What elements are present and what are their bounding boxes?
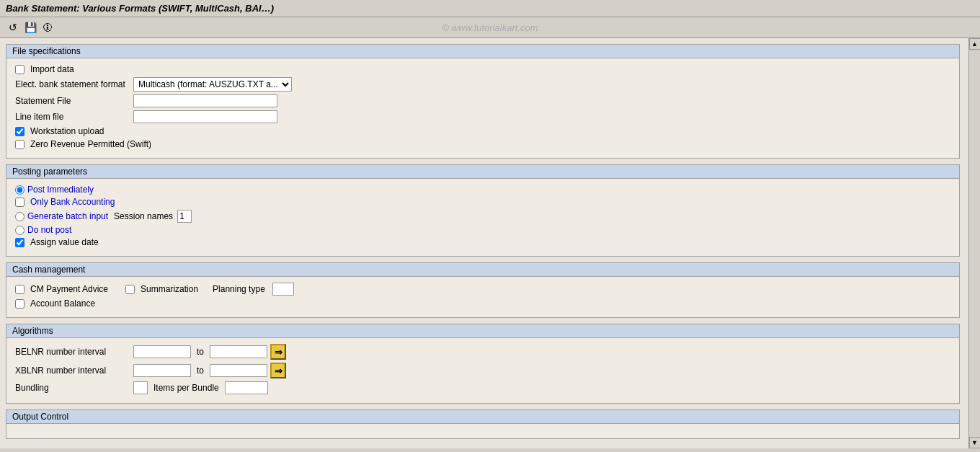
post-immediately-row: Post Immediately <box>15 185 950 195</box>
post-immediately-label: Post Immediately <box>27 185 94 195</box>
import-data-row: Import data <box>15 64 950 74</box>
post-immediately-radio[interactable] <box>15 185 24 195</box>
back-icon[interactable]: ↺ <box>6 20 20 35</box>
info-icon[interactable]: 🛈 <box>40 20 55 35</box>
summarization-checkbox[interactable] <box>125 285 135 294</box>
assign-value-date-label: Assign value date <box>30 237 99 247</box>
algorithms-header: Algorithms <box>6 324 959 338</box>
generate-batch-row: Generate batch input Session names <box>15 210 950 223</box>
xblnr-to-input[interactable] <box>210 364 267 377</box>
session-names-input[interactable] <box>177 210 192 223</box>
file-specifications-body: Import data Elect. bank statement format… <box>6 58 959 158</box>
do-not-post-label: Do not post <box>27 225 71 235</box>
file-specifications-header: File specifications <box>6 45 959 58</box>
output-control-header: Output Control <box>6 410 959 424</box>
cash-management-header: Cash management <box>6 263 959 277</box>
line-item-row: Line item file <box>15 110 950 123</box>
posting-parameters-section: Posting parameters Post Immediately Only… <box>6 164 960 257</box>
toolbar: ↺ 💾 🛈 © www.tutorialkart.com <box>0 17 980 38</box>
statement-file-row: Statement File <box>15 94 950 107</box>
xblnr-arrow-button[interactable]: ⇒ <box>270 363 286 378</box>
do-not-post-radio[interactable] <box>15 226 24 235</box>
belnr-to-label: to <box>197 347 204 357</box>
do-not-post-row: Do not post <box>15 225 950 235</box>
cm-payment-row: CM Payment Advice Summarization Planning… <box>15 283 950 296</box>
assign-value-date-checkbox[interactable] <box>15 238 24 247</box>
algorithms-body: BELNR number interval to ⇒ XBLNR number … <box>6 338 959 403</box>
line-item-input[interactable] <box>133 110 277 123</box>
zero-revenue-checkbox[interactable] <box>15 140 24 149</box>
line-item-label: Line item file <box>15 112 130 122</box>
cm-payment-label: CM Payment Advice <box>30 284 108 294</box>
belnr-arrow-button[interactable]: ⇒ <box>270 344 286 360</box>
cm-payment-checkbox[interactable] <box>15 285 24 294</box>
import-data-checkbox[interactable] <box>15 65 24 74</box>
items-per-bundle-label: Items per Bundle <box>153 383 219 393</box>
planning-type-label: Planning type <box>213 284 265 294</box>
generate-batch-label: Generate batch input <box>27 211 108 221</box>
only-bank-row: Only Bank Accounting <box>15 197 950 207</box>
posting-parameters-header: Posting parameters <box>6 165 959 179</box>
xblnr-label: XBLNR number interval <box>15 365 130 376</box>
workstation-upload-checkbox[interactable] <box>15 127 24 136</box>
statement-file-label: Statement File <box>15 96 130 106</box>
elect-bank-label: Elect. bank statement format <box>15 79 130 89</box>
xblnr-from-input[interactable] <box>133 364 191 377</box>
bundling-row: Bundling Items per Bundle <box>15 381 950 394</box>
title-bar: Bank Statement: Various Formats (SWIFT, … <box>0 0 980 17</box>
main-content: File specifications Import data Elect. b… <box>0 38 980 448</box>
statement-file-input[interactable] <box>133 94 277 107</box>
belnr-to-input[interactable] <box>210 345 267 358</box>
workstation-upload-row: Workstation upload <box>15 126 950 136</box>
save-icon[interactable]: 💾 <box>23 20 37 35</box>
window-title: Bank Statement: Various Formats (SWIFT, … <box>6 3 274 14</box>
posting-parameters-body: Post Immediately Only Bank Accounting Ge… <box>6 179 959 256</box>
summarization-label: Summarization <box>141 284 198 294</box>
vertical-scrollbar[interactable]: ▲ ▼ <box>968 38 980 448</box>
session-names-label: Session names <box>114 211 173 221</box>
algorithms-section: Algorithms BELNR number interval to ⇒ XB… <box>6 324 960 404</box>
watermark: © www.tutorialkart.com <box>442 22 538 33</box>
output-control-section: Output Control <box>6 409 960 439</box>
xblnr-row: XBLNR number interval to ⇒ <box>15 363 950 378</box>
bundling-input[interactable] <box>133 381 148 394</box>
scroll-down-button[interactable]: ▼ <box>969 437 981 448</box>
cash-management-section: Cash management CM Payment Advice Summar… <box>6 262 960 318</box>
generate-batch-radio[interactable] <box>15 212 24 221</box>
elect-bank-select[interactable]: Multicash (format: AUSZUG.TXT a... <box>133 77 292 92</box>
assign-value-date-row: Assign value date <box>15 237 950 247</box>
account-balance-label: Account Balance <box>30 298 95 309</box>
belnr-from-input[interactable] <box>133 345 191 358</box>
file-specifications-section: File specifications Import data Elect. b… <box>6 44 960 159</box>
import-data-label: Import data <box>30 64 74 74</box>
content-area: File specifications Import data Elect. b… <box>6 44 960 439</box>
xblnr-to-label: to <box>197 365 204 376</box>
zero-revenue-label: Zero Revenue Permitted (Swift) <box>30 139 151 149</box>
scroll-up-button[interactable]: ▲ <box>969 38 981 50</box>
belnr-label: BELNR number interval <box>15 347 130 357</box>
only-bank-label: Only Bank Accounting <box>30 197 115 207</box>
bundling-label: Bundling <box>15 383 130 393</box>
account-balance-checkbox[interactable] <box>15 299 24 309</box>
workstation-upload-label: Workstation upload <box>30 126 104 136</box>
account-balance-row: Account Balance <box>15 298 950 309</box>
zero-revenue-row: Zero Revenue Permitted (Swift) <box>15 139 950 149</box>
elect-bank-row: Elect. bank statement format Multicash (… <box>15 77 950 92</box>
cash-management-body: CM Payment Advice Summarization Planning… <box>6 277 959 317</box>
only-bank-checkbox[interactable] <box>15 198 24 207</box>
output-control-body <box>6 424 959 438</box>
planning-type-input[interactable] <box>272 283 294 296</box>
items-per-bundle-input[interactable] <box>225 381 268 394</box>
belnr-row: BELNR number interval to ⇒ <box>15 344 950 360</box>
